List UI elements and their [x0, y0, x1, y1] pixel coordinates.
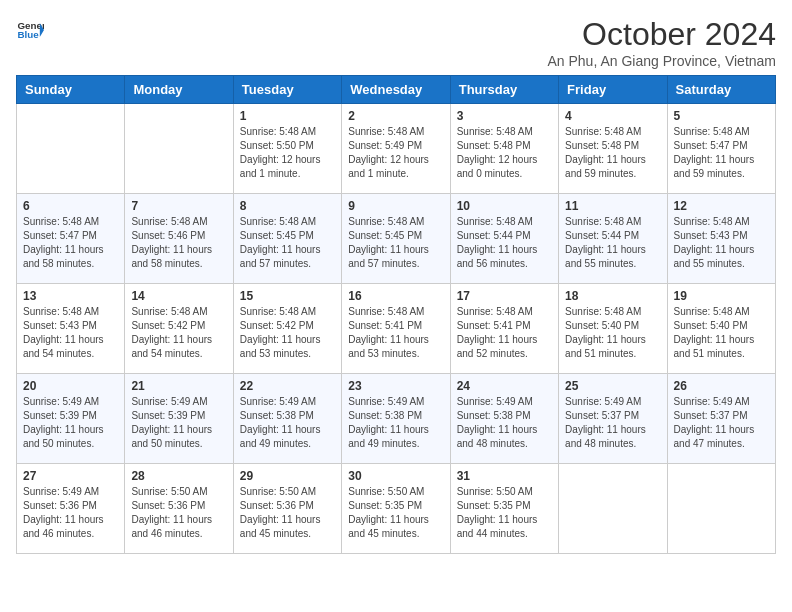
- day-info: Sunrise: 5:48 AMSunset: 5:43 PMDaylight:…: [23, 305, 118, 361]
- day-info: Sunrise: 5:49 AMSunset: 5:38 PMDaylight:…: [240, 395, 335, 451]
- day-info: Sunrise: 5:48 AMSunset: 5:44 PMDaylight:…: [565, 215, 660, 271]
- day-info: Sunrise: 5:48 AMSunset: 5:41 PMDaylight:…: [457, 305, 552, 361]
- day-info: Sunrise: 5:48 AMSunset: 5:42 PMDaylight:…: [131, 305, 226, 361]
- day-info: Sunrise: 5:48 AMSunset: 5:43 PMDaylight:…: [674, 215, 769, 271]
- calendar-cell: [17, 104, 125, 194]
- calendar-cell: 12Sunrise: 5:48 AMSunset: 5:43 PMDayligh…: [667, 194, 775, 284]
- day-number: 30: [348, 469, 443, 483]
- calendar-cell: 10Sunrise: 5:48 AMSunset: 5:44 PMDayligh…: [450, 194, 558, 284]
- calendar-cell: 5Sunrise: 5:48 AMSunset: 5:47 PMDaylight…: [667, 104, 775, 194]
- calendar-cell: 20Sunrise: 5:49 AMSunset: 5:39 PMDayligh…: [17, 374, 125, 464]
- calendar-cell: [667, 464, 775, 554]
- day-info: Sunrise: 5:48 AMSunset: 5:40 PMDaylight:…: [674, 305, 769, 361]
- day-number: 11: [565, 199, 660, 213]
- day-info: Sunrise: 5:49 AMSunset: 5:39 PMDaylight:…: [23, 395, 118, 451]
- day-number: 31: [457, 469, 552, 483]
- day-number: 22: [240, 379, 335, 393]
- weekday-header-row: SundayMondayTuesdayWednesdayThursdayFrid…: [17, 76, 776, 104]
- day-info: Sunrise: 5:49 AMSunset: 5:38 PMDaylight:…: [457, 395, 552, 451]
- day-number: 16: [348, 289, 443, 303]
- day-number: 25: [565, 379, 660, 393]
- calendar-cell: 16Sunrise: 5:48 AMSunset: 5:41 PMDayligh…: [342, 284, 450, 374]
- day-number: 12: [674, 199, 769, 213]
- day-info: Sunrise: 5:48 AMSunset: 5:44 PMDaylight:…: [457, 215, 552, 271]
- day-number: 15: [240, 289, 335, 303]
- calendar-table: SundayMondayTuesdayWednesdayThursdayFrid…: [16, 75, 776, 554]
- day-info: Sunrise: 5:48 AMSunset: 5:45 PMDaylight:…: [240, 215, 335, 271]
- day-info: Sunrise: 5:48 AMSunset: 5:48 PMDaylight:…: [457, 125, 552, 181]
- day-info: Sunrise: 5:48 AMSunset: 5:46 PMDaylight:…: [131, 215, 226, 271]
- calendar-cell: 23Sunrise: 5:49 AMSunset: 5:38 PMDayligh…: [342, 374, 450, 464]
- location-subtitle: An Phu, An Giang Province, Vietnam: [547, 53, 776, 69]
- day-number: 17: [457, 289, 552, 303]
- calendar-cell: 3Sunrise: 5:48 AMSunset: 5:48 PMDaylight…: [450, 104, 558, 194]
- day-number: 3: [457, 109, 552, 123]
- day-number: 1: [240, 109, 335, 123]
- day-number: 27: [23, 469, 118, 483]
- day-info: Sunrise: 5:48 AMSunset: 5:42 PMDaylight:…: [240, 305, 335, 361]
- calendar-cell: 7Sunrise: 5:48 AMSunset: 5:46 PMDaylight…: [125, 194, 233, 284]
- day-number: 21: [131, 379, 226, 393]
- weekday-header: Sunday: [17, 76, 125, 104]
- day-number: 4: [565, 109, 660, 123]
- calendar-cell: 14Sunrise: 5:48 AMSunset: 5:42 PMDayligh…: [125, 284, 233, 374]
- calendar-cell: 4Sunrise: 5:48 AMSunset: 5:48 PMDaylight…: [559, 104, 667, 194]
- calendar-cell: 6Sunrise: 5:48 AMSunset: 5:47 PMDaylight…: [17, 194, 125, 284]
- calendar-cell: 28Sunrise: 5:50 AMSunset: 5:36 PMDayligh…: [125, 464, 233, 554]
- day-number: 20: [23, 379, 118, 393]
- day-info: Sunrise: 5:49 AMSunset: 5:39 PMDaylight:…: [131, 395, 226, 451]
- day-info: Sunrise: 5:48 AMSunset: 5:49 PMDaylight:…: [348, 125, 443, 181]
- calendar-cell: 31Sunrise: 5:50 AMSunset: 5:35 PMDayligh…: [450, 464, 558, 554]
- calendar-cell: 27Sunrise: 5:49 AMSunset: 5:36 PMDayligh…: [17, 464, 125, 554]
- day-info: Sunrise: 5:50 AMSunset: 5:35 PMDaylight:…: [348, 485, 443, 541]
- calendar-cell: 21Sunrise: 5:49 AMSunset: 5:39 PMDayligh…: [125, 374, 233, 464]
- day-info: Sunrise: 5:48 AMSunset: 5:41 PMDaylight:…: [348, 305, 443, 361]
- day-info: Sunrise: 5:50 AMSunset: 5:36 PMDaylight:…: [131, 485, 226, 541]
- day-info: Sunrise: 5:48 AMSunset: 5:47 PMDaylight:…: [674, 125, 769, 181]
- weekday-header: Saturday: [667, 76, 775, 104]
- day-number: 19: [674, 289, 769, 303]
- calendar-cell: 18Sunrise: 5:48 AMSunset: 5:40 PMDayligh…: [559, 284, 667, 374]
- calendar-week-row: 13Sunrise: 5:48 AMSunset: 5:43 PMDayligh…: [17, 284, 776, 374]
- day-info: Sunrise: 5:48 AMSunset: 5:47 PMDaylight:…: [23, 215, 118, 271]
- calendar-week-row: 27Sunrise: 5:49 AMSunset: 5:36 PMDayligh…: [17, 464, 776, 554]
- calendar-cell: 24Sunrise: 5:49 AMSunset: 5:38 PMDayligh…: [450, 374, 558, 464]
- day-info: Sunrise: 5:50 AMSunset: 5:36 PMDaylight:…: [240, 485, 335, 541]
- title-block: October 2024 An Phu, An Giang Province, …: [547, 16, 776, 69]
- day-number: 2: [348, 109, 443, 123]
- day-number: 29: [240, 469, 335, 483]
- day-info: Sunrise: 5:49 AMSunset: 5:37 PMDaylight:…: [674, 395, 769, 451]
- day-number: 26: [674, 379, 769, 393]
- day-number: 24: [457, 379, 552, 393]
- calendar-week-row: 20Sunrise: 5:49 AMSunset: 5:39 PMDayligh…: [17, 374, 776, 464]
- day-info: Sunrise: 5:48 AMSunset: 5:48 PMDaylight:…: [565, 125, 660, 181]
- calendar-cell: [125, 104, 233, 194]
- day-info: Sunrise: 5:48 AMSunset: 5:45 PMDaylight:…: [348, 215, 443, 271]
- calendar-cell: 26Sunrise: 5:49 AMSunset: 5:37 PMDayligh…: [667, 374, 775, 464]
- day-number: 23: [348, 379, 443, 393]
- calendar-cell: [559, 464, 667, 554]
- month-title: October 2024: [547, 16, 776, 53]
- weekday-header: Thursday: [450, 76, 558, 104]
- day-number: 18: [565, 289, 660, 303]
- page-header: General Blue October 2024 An Phu, An Gia…: [16, 16, 776, 69]
- weekday-header: Wednesday: [342, 76, 450, 104]
- day-info: Sunrise: 5:49 AMSunset: 5:37 PMDaylight:…: [565, 395, 660, 451]
- day-number: 10: [457, 199, 552, 213]
- weekday-header: Monday: [125, 76, 233, 104]
- day-info: Sunrise: 5:49 AMSunset: 5:38 PMDaylight:…: [348, 395, 443, 451]
- weekday-header: Friday: [559, 76, 667, 104]
- day-info: Sunrise: 5:49 AMSunset: 5:36 PMDaylight:…: [23, 485, 118, 541]
- calendar-cell: 11Sunrise: 5:48 AMSunset: 5:44 PMDayligh…: [559, 194, 667, 284]
- day-number: 9: [348, 199, 443, 213]
- calendar-week-row: 1Sunrise: 5:48 AMSunset: 5:50 PMDaylight…: [17, 104, 776, 194]
- day-number: 5: [674, 109, 769, 123]
- calendar-cell: 17Sunrise: 5:48 AMSunset: 5:41 PMDayligh…: [450, 284, 558, 374]
- calendar-cell: 19Sunrise: 5:48 AMSunset: 5:40 PMDayligh…: [667, 284, 775, 374]
- logo: General Blue: [16, 16, 44, 44]
- calendar-cell: 15Sunrise: 5:48 AMSunset: 5:42 PMDayligh…: [233, 284, 341, 374]
- calendar-cell: 29Sunrise: 5:50 AMSunset: 5:36 PMDayligh…: [233, 464, 341, 554]
- calendar-cell: 9Sunrise: 5:48 AMSunset: 5:45 PMDaylight…: [342, 194, 450, 284]
- logo-icon: General Blue: [16, 16, 44, 44]
- calendar-cell: 8Sunrise: 5:48 AMSunset: 5:45 PMDaylight…: [233, 194, 341, 284]
